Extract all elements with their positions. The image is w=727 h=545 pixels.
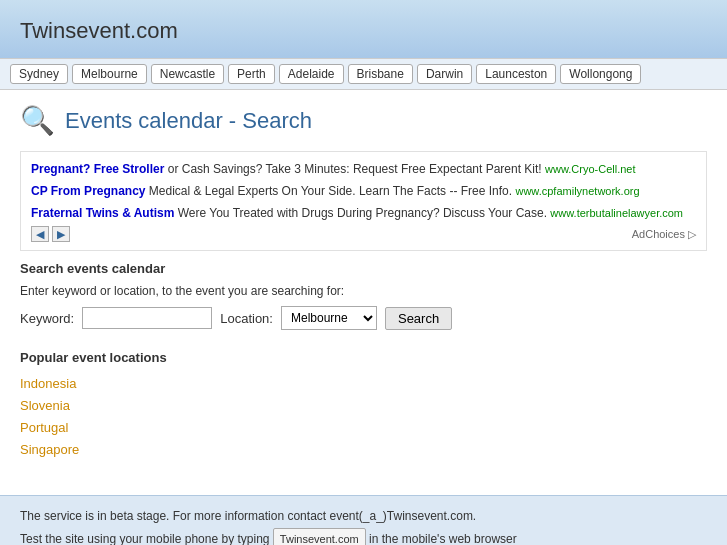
- footer: The service is in beta stage. For more i…: [0, 495, 727, 545]
- search-icon-large: 🔍: [20, 104, 55, 137]
- keyword-label: Keyword:: [20, 311, 74, 326]
- ad-url-2: www.cpfamilynetwork.org: [515, 185, 639, 197]
- footer-line2: Test the site using your mobile phone by…: [20, 528, 707, 545]
- location-select[interactable]: Sydney Melbourne Newcastle Perth Adelaid…: [281, 306, 377, 330]
- popular-link-slovenia[interactable]: Slovenia: [20, 395, 707, 417]
- ad-row-1: Pregnant? Free Stroller or Cash Savings?…: [31, 160, 696, 178]
- ad-prev-button[interactable]: ◀: [31, 226, 49, 242]
- site-title: Twinsevent.com: [20, 18, 178, 43]
- nav-launceston[interactable]: Launceston: [476, 64, 556, 84]
- ad-body-3: Were You Treated with Drugs During Pregn…: [174, 206, 547, 220]
- page-title: Events calendar - Search: [65, 108, 312, 134]
- location-label: Location:: [220, 311, 273, 326]
- popular-link-portugal[interactable]: Portugal: [20, 417, 707, 439]
- nav-melbourne[interactable]: Melbourne: [72, 64, 147, 84]
- main-content: 🔍 Events calendar - Search Pregnant? Fre…: [0, 90, 727, 495]
- nav-sydney[interactable]: Sydney: [10, 64, 68, 84]
- ad-next-button[interactable]: ▶: [52, 226, 70, 242]
- popular-section: Popular event locations Indonesia Sloven…: [20, 350, 707, 461]
- page-title-row: 🔍 Events calendar - Search: [20, 104, 707, 137]
- nav-perth[interactable]: Perth: [228, 64, 275, 84]
- nav-newcastle[interactable]: Newcastle: [151, 64, 224, 84]
- popular-title: Popular event locations: [20, 350, 707, 365]
- search-button[interactable]: Search: [385, 307, 452, 330]
- ad-nav-row: ◀ ▶ AdChoices ▷: [31, 226, 696, 242]
- header: Twinsevent.com: [0, 0, 727, 58]
- search-description: Enter keyword or location, to the event …: [20, 284, 707, 298]
- nav-bar: Sydney Melbourne Newcastle Perth Adelaid…: [0, 58, 727, 90]
- footer-twinsevent-link[interactable]: Twinsevent.com: [273, 528, 366, 545]
- nav-wollongong[interactable]: Wollongong: [560, 64, 641, 84]
- ad-body-2: Medical & Legal Experts On Your Side. Le…: [145, 184, 512, 198]
- ad-link-2[interactable]: CP From Pregnancy: [31, 184, 145, 198]
- ad-link-1[interactable]: Pregnant? Free Stroller: [31, 162, 164, 176]
- ad-url-3: www.terbutalinelawyer.com: [550, 207, 683, 219]
- adchoices-label: AdChoices ▷: [632, 228, 696, 241]
- keyword-input[interactable]: [82, 307, 212, 329]
- search-form-row: Keyword: Location: Sydney Melbourne Newc…: [20, 306, 707, 330]
- ad-url-1: www.Cryo-Cell.net: [545, 163, 635, 175]
- nav-adelaide[interactable]: Adelaide: [279, 64, 344, 84]
- nav-darwin[interactable]: Darwin: [417, 64, 472, 84]
- popular-link-indonesia[interactable]: Indonesia: [20, 373, 707, 395]
- ads-section: Pregnant? Free Stroller or Cash Savings?…: [20, 151, 707, 251]
- footer-line1: The service is in beta stage. For more i…: [20, 506, 707, 528]
- ad-row-3: Fraternal Twins & Autism Were You Treate…: [31, 204, 696, 222]
- ad-body-1: or Cash Savings? Take 3 Minutes: Request…: [164, 162, 541, 176]
- search-section: Search events calendar Enter keyword or …: [20, 261, 707, 330]
- ad-link-3[interactable]: Fraternal Twins & Autism: [31, 206, 174, 220]
- ad-row-2: CP From Pregnancy Medical & Legal Expert…: [31, 182, 696, 200]
- popular-link-singapore[interactable]: Singapore: [20, 439, 707, 461]
- footer-line2-after: in the mobile's web browser: [369, 532, 517, 545]
- search-section-title: Search events calendar: [20, 261, 707, 276]
- ad-nav-buttons: ◀ ▶: [31, 226, 70, 242]
- nav-brisbane[interactable]: Brisbane: [348, 64, 413, 84]
- footer-line2-before: Test the site using your mobile phone by…: [20, 532, 269, 545]
